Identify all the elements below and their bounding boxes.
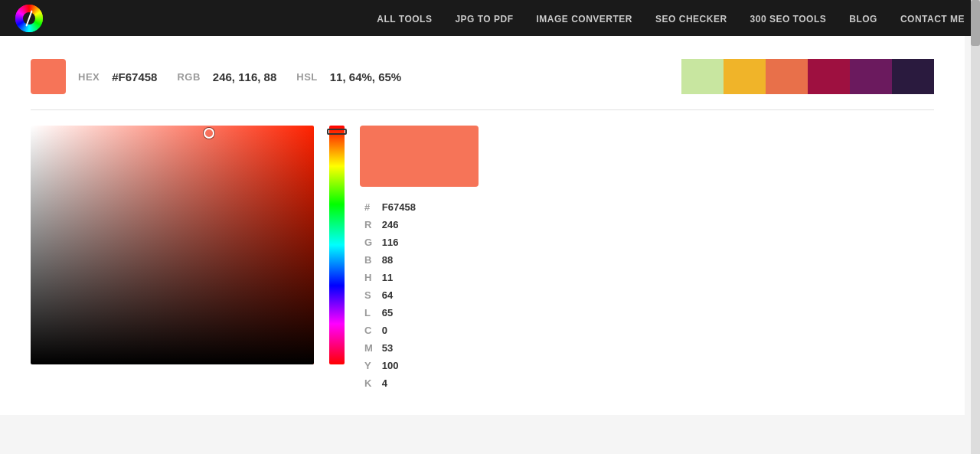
y-value: 100	[377, 357, 479, 374]
nav-links: ALL TOOLS JPG TO PDF IMAGE CONVERTER SEO…	[377, 11, 965, 25]
m-row: M 53	[360, 339, 479, 357]
color-preview-swatch	[31, 59, 66, 94]
palette-swatch-3[interactable]	[808, 59, 850, 94]
h-row: H 11	[360, 269, 479, 286]
palette-swatch-4[interactable]	[850, 59, 892, 94]
hex-display: F67458	[377, 198, 479, 216]
s-label: S	[360, 286, 377, 304]
palette-swatch-0[interactable]	[681, 59, 724, 94]
rgb-label: RGB	[177, 71, 200, 83]
h-label: H	[360, 269, 377, 286]
y-row: Y 100	[360, 357, 479, 374]
hsl-label: HSL	[296, 71, 318, 83]
s-row: S 64	[360, 286, 479, 304]
y-label: Y	[360, 357, 377, 374]
h-value: 11	[377, 269, 479, 286]
palette-swatches	[681, 59, 934, 94]
nav-item-blog[interactable]: BLOG	[849, 11, 877, 25]
rgb-value: 246, 116, 88	[213, 70, 276, 83]
b-row: B 88	[360, 251, 479, 269]
g-label: G	[360, 234, 377, 251]
palette-swatch-5[interactable]	[892, 59, 934, 94]
navbar: ALL TOOLS JPG TO PDF IMAGE CONVERTER SEO…	[0, 0, 980, 36]
gradient-picker[interactable]	[31, 126, 314, 364]
l-value: 65	[377, 304, 479, 322]
m-label: M	[360, 339, 377, 357]
m-value: 53	[377, 339, 479, 357]
nav-item-all-tools[interactable]: ALL TOOLS	[377, 11, 432, 25]
scrollbar[interactable]	[971, 0, 980, 454]
color-info-panel: # F67458 R 246 G 116 B 88 H 11	[360, 126, 479, 392]
k-value: 4	[377, 374, 479, 392]
gradient-dark	[31, 126, 314, 364]
palette-swatch-2[interactable]	[766, 59, 808, 94]
color-info-bar: HEX #F67458 RGB 246, 116, 88 HSL 11, 64%…	[31, 59, 934, 110]
hex-row: # F67458	[360, 198, 479, 216]
b-value: 88	[377, 251, 479, 269]
s-value: 64	[377, 286, 479, 304]
picker-area: # F67458 R 246 G 116 B 88 H 11	[31, 126, 934, 392]
palette-swatch-1[interactable]	[724, 59, 766, 94]
hex-value: #F67458	[112, 70, 157, 83]
picker-cursor	[204, 128, 214, 139]
r-label: R	[360, 216, 377, 234]
nav-item-seo-checker[interactable]: SEO CHECKER	[655, 11, 727, 25]
scrollbar-thumb[interactable]	[971, 0, 980, 46]
hue-slider-thumb	[327, 129, 347, 135]
g-row: G 116	[360, 234, 479, 251]
c-value: 0	[377, 322, 479, 339]
l-row: L 65	[360, 304, 479, 322]
g-value: 116	[377, 234, 479, 251]
color-display-box	[360, 126, 479, 187]
logo[interactable]	[15, 5, 43, 32]
k-label: K	[360, 374, 377, 392]
r-row: R 246	[360, 216, 479, 234]
c-row: C 0	[360, 322, 479, 339]
r-value: 246	[377, 216, 479, 234]
hex-label: HEX	[78, 71, 100, 83]
nav-item-image-converter[interactable]: IMAGE CONVERTER	[537, 11, 633, 25]
k-row: K 4	[360, 374, 479, 392]
color-values-table: # F67458 R 246 G 116 B 88 H 11	[360, 198, 479, 392]
nav-item-contact-me[interactable]: CONTACT ME	[900, 11, 965, 25]
nav-item-300-seo-tools[interactable]: 300 SEO TOOLS	[750, 11, 827, 25]
hsl-value: 11, 64%, 65%	[330, 70, 401, 83]
nav-item-jpg-to-pdf[interactable]: JPG TO PDF	[455, 11, 513, 25]
main-content: HEX #F67458 RGB 246, 116, 88 HSL 11, 64%…	[0, 36, 965, 415]
l-label: L	[360, 304, 377, 322]
hue-slider[interactable]	[329, 126, 345, 364]
b-label: B	[360, 251, 377, 269]
c-label: C	[360, 322, 377, 339]
hash-label: #	[360, 198, 377, 216]
